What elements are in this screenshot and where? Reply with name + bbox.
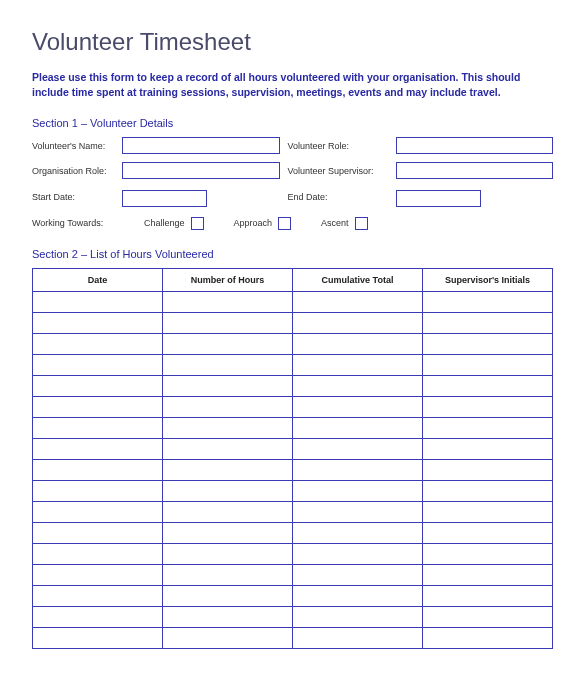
table-cell[interactable]: [163, 522, 293, 543]
table-cell[interactable]: [33, 291, 163, 312]
table-cell[interactable]: [423, 543, 553, 564]
instructions-text: Please use this form to keep a record of…: [32, 70, 553, 99]
table-cell[interactable]: [423, 627, 553, 648]
section1-header: Section 1 – Volunteer Details: [32, 117, 553, 129]
approach-checkbox[interactable]: [278, 217, 291, 230]
table-cell[interactable]: [163, 417, 293, 438]
table-cell[interactable]: [33, 522, 163, 543]
table-cell[interactable]: [33, 417, 163, 438]
table-cell[interactable]: [423, 501, 553, 522]
table-cell[interactable]: [423, 459, 553, 480]
table-cell[interactable]: [293, 627, 423, 648]
table-row: [33, 543, 553, 564]
table-cell[interactable]: [163, 627, 293, 648]
table-cell[interactable]: [33, 438, 163, 459]
table-cell[interactable]: [293, 501, 423, 522]
name-label: Volunteer's Name:: [32, 141, 114, 151]
table-cell[interactable]: [293, 291, 423, 312]
table-cell[interactable]: [163, 312, 293, 333]
table-cell[interactable]: [293, 438, 423, 459]
table-cell[interactable]: [293, 606, 423, 627]
table-cell[interactable]: [163, 291, 293, 312]
table-cell[interactable]: [423, 585, 553, 606]
table-cell[interactable]: [423, 396, 553, 417]
ascent-label: Ascent: [321, 218, 349, 228]
table-cell[interactable]: [33, 564, 163, 585]
table-cell[interactable]: [293, 480, 423, 501]
table-cell[interactable]: [163, 459, 293, 480]
table-cell[interactable]: [293, 585, 423, 606]
table-cell[interactable]: [33, 501, 163, 522]
table-row: [33, 459, 553, 480]
org-role-label: Organisation Role:: [32, 166, 114, 176]
table-cell[interactable]: [423, 291, 553, 312]
table-cell[interactable]: [163, 501, 293, 522]
table-cell[interactable]: [163, 543, 293, 564]
challenge-label: Challenge: [144, 218, 185, 228]
table-cell[interactable]: [33, 480, 163, 501]
table-cell[interactable]: [293, 333, 423, 354]
table-cell[interactable]: [33, 606, 163, 627]
col-initials: Supervisor's Initials: [423, 268, 553, 291]
table-cell[interactable]: [33, 585, 163, 606]
start-date-field[interactable]: [122, 190, 207, 207]
name-field[interactable]: [122, 137, 280, 154]
table-cell[interactable]: [423, 480, 553, 501]
table-cell[interactable]: [423, 438, 553, 459]
table-cell[interactable]: [33, 375, 163, 396]
table-cell[interactable]: [293, 396, 423, 417]
table-cell[interactable]: [423, 354, 553, 375]
table-cell[interactable]: [163, 438, 293, 459]
table-cell[interactable]: [293, 543, 423, 564]
challenge-checkbox[interactable]: [191, 217, 204, 230]
supervisor-field[interactable]: [396, 162, 554, 179]
hours-table: Date Number of Hours Cumulative Total Su…: [32, 268, 553, 649]
table-cell[interactable]: [293, 522, 423, 543]
end-date-field[interactable]: [396, 190, 481, 207]
table-cell[interactable]: [293, 354, 423, 375]
table-cell[interactable]: [423, 522, 553, 543]
table-cell[interactable]: [33, 543, 163, 564]
working-towards-label: Working Towards:: [32, 218, 114, 228]
table-cell[interactable]: [293, 417, 423, 438]
table-cell[interactable]: [423, 375, 553, 396]
col-date: Date: [33, 268, 163, 291]
date-row: Start Date: End Date:: [32, 187, 553, 207]
table-row: [33, 606, 553, 627]
table-row: [33, 480, 553, 501]
section2-header: Section 2 – List of Hours Volunteered: [32, 248, 553, 260]
table-cell[interactable]: [423, 333, 553, 354]
table-cell[interactable]: [163, 585, 293, 606]
table-cell[interactable]: [423, 564, 553, 585]
table-cell[interactable]: [163, 606, 293, 627]
table-cell[interactable]: [33, 333, 163, 354]
ascent-checkbox[interactable]: [355, 217, 368, 230]
table-cell[interactable]: [33, 459, 163, 480]
table-row: [33, 438, 553, 459]
table-cell[interactable]: [293, 375, 423, 396]
role-field[interactable]: [396, 137, 554, 154]
table-cell[interactable]: [33, 354, 163, 375]
table-cell[interactable]: [163, 333, 293, 354]
table-cell[interactable]: [423, 606, 553, 627]
table-row: [33, 396, 553, 417]
table-cell[interactable]: [33, 627, 163, 648]
org-role-field[interactable]: [122, 162, 280, 179]
table-row: [33, 627, 553, 648]
table-cell[interactable]: [163, 396, 293, 417]
table-cell[interactable]: [163, 354, 293, 375]
table-cell[interactable]: [163, 564, 293, 585]
table-cell[interactable]: [293, 459, 423, 480]
table-row: [33, 585, 553, 606]
table-cell[interactable]: [293, 312, 423, 333]
table-cell[interactable]: [33, 312, 163, 333]
table-cell[interactable]: [423, 417, 553, 438]
table-cell[interactable]: [33, 396, 163, 417]
table-cell[interactable]: [163, 375, 293, 396]
table-cell[interactable]: [293, 564, 423, 585]
table-cell[interactable]: [163, 480, 293, 501]
table-row: [33, 564, 553, 585]
table-row: [33, 333, 553, 354]
table-row: [33, 417, 553, 438]
table-cell[interactable]: [423, 312, 553, 333]
